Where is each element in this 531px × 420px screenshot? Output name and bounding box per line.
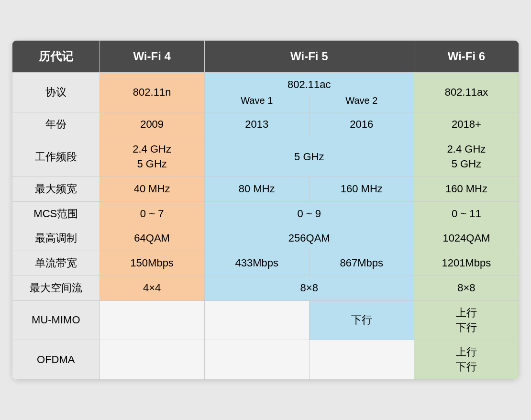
mu-mimo-wifi4: [100, 300, 204, 340]
protocol-wave1: Wave 1: [204, 93, 309, 112]
year-label: 年份: [12, 112, 100, 137]
single-stream-label: 单流带宽: [12, 251, 100, 276]
comparison-table: 历代记 Wi-Fi 4 Wi-Fi 5 Wi-Fi 6 协议 802.11n 8…: [12, 40, 519, 380]
bandwidth-wifi6: 160 MHz: [414, 177, 519, 201]
spatial-streams-wifi4: 4×4: [100, 276, 204, 300]
mu-mimo-wifi6: 上行 下行: [414, 300, 519, 340]
mu-mimo-label: MU-MIMO: [12, 300, 100, 340]
bandwidth-wave1: 80 MHz: [204, 177, 309, 201]
ofdma-wave1: [204, 340, 309, 380]
bandwidth-row: 最大频宽 40 MHz 80 MHz 160 MHz 160 MHz: [12, 177, 519, 201]
spatial-streams-wifi5: 8×8: [204, 276, 414, 300]
single-stream-wifi4: 150Mbps: [100, 251, 204, 276]
mcs-wifi6: 0 ~ 11: [414, 201, 519, 226]
ofdma-label: OFDMA: [12, 340, 100, 380]
single-stream-wifi6: 1201Mbps: [414, 251, 519, 276]
freq-label: 工作频段: [12, 137, 100, 177]
freq-wifi5: 5 GHz: [204, 137, 414, 177]
mu-mimo-wave2: 下行: [309, 300, 414, 340]
header-label: 历代记: [12, 41, 100, 73]
mcs-row: MCS范围 0 ~ 7 0 ~ 9 0 ~ 11: [12, 201, 519, 226]
mcs-wifi5: 0 ~ 9: [204, 201, 414, 226]
spatial-streams-wifi6: 8×8: [414, 276, 519, 300]
year-wifi4: 2009: [100, 112, 204, 137]
freq-wifi4: 2.4 GHz 5 GHz: [100, 137, 204, 177]
ofdma-row: OFDMA 上行 下行: [12, 340, 519, 380]
single-stream-row: 单流带宽 150Mbps 433Mbps 867Mbps 1201Mbps: [12, 251, 519, 276]
bandwidth-wifi4: 40 MHz: [100, 177, 204, 201]
bandwidth-wave2: 160 MHz: [309, 177, 414, 201]
protocol-row-top: 协议 802.11n 802.11ac 802.11ax: [12, 72, 519, 93]
header-wifi4: Wi-Fi 4: [100, 41, 204, 73]
year-wave2: 2016: [309, 112, 414, 137]
mu-mimo-wave1: [204, 300, 309, 340]
year-wifi6: 2018+: [414, 112, 519, 137]
modulation-wifi6: 1024QAM: [414, 226, 519, 251]
freq-row: 工作频段 2.4 GHz 5 GHz 5 GHz 2.4 GHz 5 GHz: [12, 137, 519, 177]
bandwidth-label: 最大频宽: [12, 177, 100, 201]
header-wifi5: Wi-Fi 5: [204, 41, 414, 73]
freq-wifi6: 2.4 GHz 5 GHz: [414, 137, 519, 177]
mcs-wifi4: 0 ~ 7: [100, 201, 204, 226]
protocol-wifi4: 802.11n: [100, 72, 204, 112]
modulation-label: 最高调制: [12, 226, 100, 251]
ofdma-wifi4: [100, 340, 204, 380]
spatial-streams-row: 最大空间流 4×4 8×8 8×8: [12, 276, 519, 300]
modulation-wifi4: 64QAM: [100, 226, 204, 251]
modulation-wifi5: 256QAM: [204, 226, 414, 251]
year-wave1: 2013: [204, 112, 309, 137]
single-stream-wave2: 867Mbps: [309, 251, 414, 276]
mcs-label: MCS范围: [12, 201, 100, 226]
ofdma-wave2: [309, 340, 414, 380]
mu-mimo-row: MU-MIMO 下行 上行 下行: [12, 300, 519, 340]
year-row: 年份 2009 2013 2016 2018+: [12, 112, 519, 137]
ofdma-wifi6: 上行 下行: [414, 340, 519, 380]
spatial-streams-label: 最大空间流: [12, 276, 100, 300]
protocol-wifi6: 802.11ax: [414, 72, 519, 112]
table-header: 历代记 Wi-Fi 4 Wi-Fi 5 Wi-Fi 6: [12, 41, 519, 73]
protocol-wifi5-ac: 802.11ac: [204, 72, 414, 93]
header-wifi6: Wi-Fi 6: [414, 41, 519, 73]
protocol-label: 协议: [12, 72, 100, 112]
modulation-row: 最高调制 64QAM 256QAM 1024QAM: [12, 226, 519, 251]
single-stream-wave1: 433Mbps: [204, 251, 309, 276]
protocol-wave2: Wave 2: [309, 93, 414, 112]
